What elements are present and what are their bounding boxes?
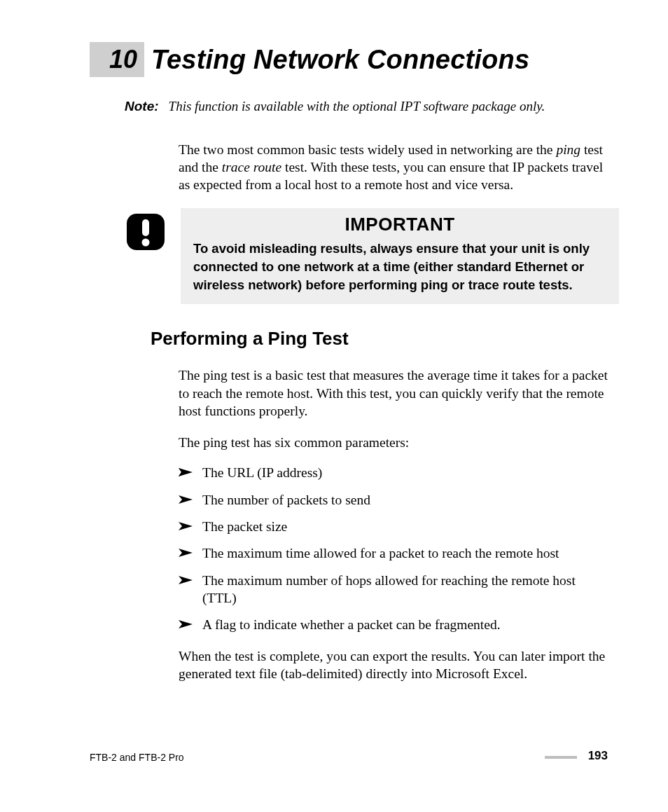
arrow-bullet-icon xyxy=(179,549,193,557)
list-item: The number of packets to send xyxy=(179,491,612,509)
callout-title: IMPORTANT xyxy=(193,214,606,235)
bullet-text: The number of packets to send xyxy=(202,493,370,507)
svg-point-2 xyxy=(142,238,150,246)
list-item: The maximum time allowed for a packet to… xyxy=(179,544,612,562)
footer-page-number: 193 xyxy=(588,749,608,763)
page: 10 Testing Network Connections Note:This… xyxy=(0,0,668,812)
important-callout: IMPORTANT To avoid misleading results, a… xyxy=(125,208,619,305)
intro-em2: trace route xyxy=(222,160,281,174)
chapter-title: Testing Network Connections xyxy=(151,46,529,73)
note-label: Note: xyxy=(125,99,159,113)
footer-rule xyxy=(545,756,577,759)
callout-box: IMPORTANT To avoid misleading results, a… xyxy=(181,208,619,305)
svg-rect-1 xyxy=(142,219,149,236)
list-item: The URL (IP address) xyxy=(179,464,612,481)
list-item: A flag to indicate whether a packet can … xyxy=(179,616,612,633)
footer-product: FTB-2 and FTB-2 Pro xyxy=(90,752,184,763)
intro-em1: ping xyxy=(556,142,580,157)
intro-text: The two most common basic tests widely u… xyxy=(179,141,612,194)
exclamation-icon xyxy=(125,208,181,305)
arrow-bullet-icon xyxy=(179,620,193,628)
chapter-number: 10 xyxy=(109,47,137,72)
arrow-bullet-icon xyxy=(179,468,193,476)
bullet-text: The URL (IP address) xyxy=(202,465,322,480)
section-heading: Performing a Ping Test xyxy=(151,328,619,350)
intro-paragraph: The two most common basic tests widely u… xyxy=(179,141,612,194)
section-body: The ping test is a basic test that measu… xyxy=(179,366,612,682)
arrow-bullet-icon xyxy=(179,576,193,584)
chapter-number-box: 10 xyxy=(90,42,144,77)
note-row: Note:This function is available with the… xyxy=(125,97,619,117)
callout-text: To avoid misleading results, always ensu… xyxy=(193,240,606,295)
arrow-bullet-icon xyxy=(179,522,193,530)
section-p1: The ping test is a basic test that measu… xyxy=(179,366,612,420)
bullet-text: The maximum number of hops allowed for r… xyxy=(202,573,576,605)
intro-pre: The two most common basic tests widely u… xyxy=(179,142,556,157)
note-text: This function is available with the opti… xyxy=(169,99,545,113)
page-footer: FTB-2 and FTB-2 Pro 193 xyxy=(90,749,608,763)
list-item: The packet size xyxy=(179,518,612,535)
chapter-header: 10 Testing Network Connections xyxy=(90,42,619,77)
list-item: The maximum number of hops allowed for r… xyxy=(179,572,612,607)
section-p2: The ping test has six common parameters: xyxy=(179,434,612,451)
bullet-text: A flag to indicate whether a packet can … xyxy=(202,617,501,632)
footer-right: 193 xyxy=(545,749,608,763)
bullet-list: The URL (IP address) The number of packe… xyxy=(179,464,612,633)
bullet-text: The packet size xyxy=(202,519,287,534)
section-p3: When the test is complete, you can expor… xyxy=(179,647,612,683)
bullet-text: The maximum time allowed for a packet to… xyxy=(202,546,559,560)
arrow-bullet-icon xyxy=(179,495,193,504)
